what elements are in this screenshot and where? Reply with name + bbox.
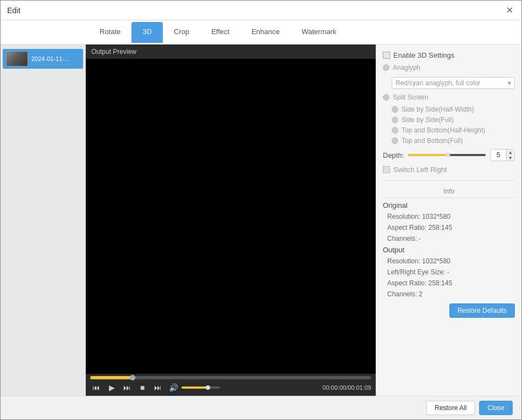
player-controls: ⏮ ▶ ⏭ ■ ⏭ 🔊 00:00:00/00:01:09 xyxy=(86,374,376,396)
output-aspect-ratio: Aspect Ratio: 258:145 xyxy=(383,279,515,287)
enable-3d-label: Enable 3D Settings xyxy=(393,51,454,59)
output-channels: Channels: 2 xyxy=(383,290,515,298)
file-item[interactable]: 2024-01-11-... xyxy=(3,49,83,69)
depth-slider-thumb xyxy=(446,153,450,157)
depth-slider[interactable] xyxy=(408,154,486,156)
settings-section: Enable 3D Settings Anaglyph Red/cyan ana… xyxy=(383,51,515,174)
restore-all-button[interactable]: Restore All xyxy=(426,401,475,415)
output-resolution: Resolution: 1032*580 xyxy=(383,257,515,265)
tab-enhance[interactable]: Enhance xyxy=(240,22,290,43)
video-header-label: Output Preview xyxy=(86,45,376,59)
enable-3d-checkbox[interactable] xyxy=(383,52,390,59)
video-frame xyxy=(86,59,376,374)
tab-effect[interactable]: Effect xyxy=(200,22,240,43)
depth-down-button[interactable]: ▼ xyxy=(507,155,514,161)
stop-button[interactable]: ■ xyxy=(136,382,149,394)
video-player[interactable] xyxy=(86,59,376,374)
restore-defaults-area: Restore Defaults xyxy=(383,303,515,318)
progress-thumb xyxy=(130,375,135,380)
original-resolution: Resolution: 1032*580 xyxy=(383,213,515,220)
split-screen-radio[interactable] xyxy=(383,94,389,101)
play-button[interactable]: ▶ xyxy=(106,382,118,394)
output-group-title: Output xyxy=(383,246,515,254)
skip-back-button[interactable]: ⏮ xyxy=(90,382,102,394)
progress-fill xyxy=(90,376,133,379)
top-bottom-half-label: Top and Bottom(Half-Height) xyxy=(402,126,485,134)
switch-left-right-row: Switch Left Right xyxy=(383,165,515,174)
dialog-title: Edit xyxy=(7,6,20,15)
skip-forward-button[interactable]: ⏭ xyxy=(121,382,133,394)
volume-icon[interactable]: 🔊 xyxy=(167,382,179,394)
anaglyph-dropdown[interactable]: Red/cyan anaglyph, full color ▾ xyxy=(392,77,515,89)
side-by-side-half-radio[interactable] xyxy=(392,106,398,113)
tabs-row: Rotate 3D Crop Effect Enhance Watermark xyxy=(1,20,521,45)
tab-3d[interactable]: 3D xyxy=(131,22,163,43)
progress-track[interactable] xyxy=(90,376,371,379)
depth-row: Depth: 5 ▲ ▼ xyxy=(383,149,515,161)
edit-dialog: Edit ✕ Rotate 3D Crop Effect Enhance Wat… xyxy=(0,0,522,420)
anaglyph-indent: Red/cyan anaglyph, full color ▾ xyxy=(383,76,515,89)
restore-defaults-button[interactable]: Restore Defaults xyxy=(449,303,515,318)
enable-3d-row: Enable 3D Settings xyxy=(383,51,515,59)
content-area: 2024-01-11-... Output Preview ⏮ ▶ xyxy=(1,45,521,396)
tab-watermark[interactable]: Watermark xyxy=(290,22,347,43)
anaglyph-dropdown-value: Red/cyan anaglyph, full color xyxy=(395,79,480,87)
top-bottom-half-radio[interactable] xyxy=(392,127,398,134)
top-bottom-half-row: Top and Bottom(Half-Height) xyxy=(392,126,515,134)
side-by-side-half-label: Side by Side(Half-Width) xyxy=(402,106,474,113)
side-by-side-half-row: Side by Side(Half-Width) xyxy=(392,106,515,113)
controls-row: ⏮ ▶ ⏭ ■ ⏭ 🔊 00:00:00/00:01:09 xyxy=(90,382,371,394)
original-group-title: Original xyxy=(383,201,515,209)
time-display: 00:00:00/00:01:09 xyxy=(322,384,371,391)
info-section: Info Original Resolution: 1032*580 Aspec… xyxy=(383,187,515,318)
depth-arrows: ▲ ▼ xyxy=(506,150,514,161)
anaglyph-radio[interactable] xyxy=(383,64,389,71)
tab-rotate[interactable]: Rotate xyxy=(89,22,131,43)
split-screen-row: Split Screen xyxy=(383,93,515,101)
volume-area: 🔊 xyxy=(167,382,220,394)
switch-left-right-checkbox[interactable] xyxy=(383,166,390,173)
file-name: 2024-01-11-... xyxy=(31,55,69,63)
anaglyph-row: Anaglyph xyxy=(383,64,515,71)
progress-bar-container[interactable] xyxy=(90,376,371,379)
close-button[interactable]: Close xyxy=(479,401,513,415)
split-screen-label: Split Screen xyxy=(393,93,428,101)
anaglyph-dropdown-arrow: ▾ xyxy=(508,79,511,87)
title-bar: Edit ✕ xyxy=(1,1,521,20)
original-channels: Channels: - xyxy=(383,235,515,242)
info-section-title: Info xyxy=(383,187,515,198)
right-panel: Enable 3D Settings Anaglyph Red/cyan ana… xyxy=(376,45,521,396)
left-panel: 2024-01-11-... xyxy=(1,45,86,396)
depth-label: Depth: xyxy=(383,151,404,159)
top-bottom-full-radio[interactable] xyxy=(392,137,398,144)
bottom-bar: Restore All Close xyxy=(1,396,521,419)
side-by-side-full-row: Side by Side(Full) xyxy=(392,116,515,124)
tab-crop[interactable]: Crop xyxy=(163,22,200,43)
volume-fill xyxy=(182,386,207,389)
split-screen-options: Side by Side(Half-Width) Side by Side(Fu… xyxy=(383,106,515,145)
video-area: Output Preview ⏮ ▶ ⏭ ■ ⏭ xyxy=(86,45,376,396)
original-aspect-ratio: Aspect Ratio: 258:145 xyxy=(383,224,515,231)
skip-end-button[interactable]: ⏭ xyxy=(152,382,164,394)
volume-thumb xyxy=(206,385,210,390)
file-thumbnail xyxy=(6,51,28,67)
file-thumb-image xyxy=(7,52,28,66)
volume-track[interactable] xyxy=(182,386,220,389)
depth-slider-fill xyxy=(408,154,447,156)
output-lr-size: Left/Right Eye Size: - xyxy=(383,268,515,276)
switch-left-right-label: Switch Left Right xyxy=(393,165,447,174)
top-bottom-full-label: Top and Bottom(Full) xyxy=(402,137,463,145)
side-by-side-full-label: Side by Side(Full) xyxy=(402,116,454,124)
anaglyph-label: Anaglyph xyxy=(393,64,420,71)
side-by-side-full-radio[interactable] xyxy=(392,117,398,123)
dialog-close-button[interactable]: ✕ xyxy=(504,5,515,16)
depth-value: 5 xyxy=(491,150,506,160)
title-bar-left: Edit xyxy=(7,6,20,15)
top-bottom-full-row: Top and Bottom(Full) xyxy=(392,137,515,145)
depth-number-input: 5 ▲ ▼ xyxy=(490,149,515,161)
depth-up-button[interactable]: ▲ xyxy=(507,150,514,155)
divider xyxy=(383,180,515,181)
